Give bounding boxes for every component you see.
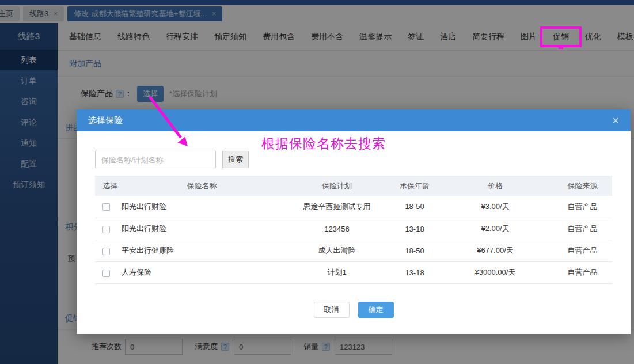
cell-price: ¥2.00/天 [438,218,553,240]
row-checkbox[interactable] [102,226,110,233]
row-checkbox[interactable] [102,270,110,277]
header-source: 保险来源 [553,176,612,196]
cell-insurance-name: 阳光出行财险 [122,196,282,218]
modal-header: 选择保险 × [77,109,631,131]
cell-source: 自营产品 [553,261,612,283]
header-insurance-name: 保险名称 [122,176,282,196]
header-price: 价格 [438,176,553,196]
select-insurance-modal: 选择保险 × 搜索 选择 保险名称 保险计划 承保年龄 价格 保险来源 [77,109,631,334]
cell-age-range: 18-50 [392,240,438,261]
cell-price: ¥677.00/天 [438,240,553,261]
insurance-table: 选择 保险名称 保险计划 承保年龄 价格 保险来源 阳光出行财险 思途辛西娅测试… [95,176,612,284]
insurance-search-row: 搜索 [95,151,612,168]
search-button[interactable]: 搜索 [222,151,249,168]
row-checkbox[interactable] [102,203,110,211]
cell-source: 自营产品 [553,196,612,218]
cell-insurance-name: 阳光出行财险 [122,218,282,240]
cancel-button[interactable]: 取消 [314,302,350,318]
cell-age-range: 13-18 [392,261,438,283]
cell-insurance-plan: 计划1 [282,261,392,283]
row-checkbox[interactable] [102,248,110,255]
header-age-range: 承保年龄 [392,176,438,196]
cell-age-range: 18-50 [392,196,438,218]
cell-source: 自营产品 [553,218,612,240]
modal-footer: 取消 确定 [95,302,612,318]
cell-price: ¥3.00/天 [438,196,553,218]
cell-insurance-plan: 思途辛西娅测试专用 [282,196,392,218]
table-header-row: 选择 保险名称 保险计划 承保年龄 价格 保险来源 [95,176,612,196]
table-row: 阳光出行财险 思途辛西娅测试专用 18-50 ¥3.00/天 自营产品 [95,196,612,218]
header-select: 选择 [95,176,122,196]
table-row: 阳光出行财险 123456 13-18 ¥2.00/天 自营产品 [95,218,612,240]
cell-price: ¥3000.00/天 [438,261,553,283]
header-insurance-plan: 保险计划 [282,176,392,196]
cell-source: 自营产品 [553,240,612,261]
table-row: 平安出行健康险 成人出游险 18-50 ¥677.00/天 自营产品 [95,240,612,261]
cell-insurance-plan: 成人出游险 [282,240,392,261]
close-icon[interactable]: × [612,115,619,126]
cell-insurance-name: 人寿保险 [122,261,282,283]
confirm-button[interactable]: 确定 [358,302,394,318]
table-row: 人寿保险 计划1 13-18 ¥3000.00/天 自营产品 [95,261,612,283]
insurance-search-input[interactable] [95,151,216,168]
modal-title: 选择保险 [88,115,123,126]
cell-insurance-name: 平安出行健康险 [122,240,282,261]
cell-age-range: 13-18 [392,218,438,240]
cell-insurance-plan: 123456 [282,218,392,240]
modal-body: 搜索 选择 保险名称 保险计划 承保年龄 价格 保险来源 阳光出行财险 思途辛西… [77,131,631,318]
